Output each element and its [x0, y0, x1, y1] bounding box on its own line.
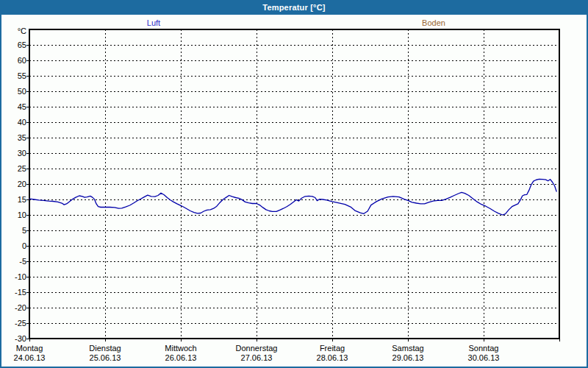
day-name: Montag — [0, 344, 67, 353]
y-tick-label: 50 — [0, 86, 26, 96]
x-tick-label: Mittwoch26.06.13 — [143, 344, 218, 363]
day-name: Dienstag — [68, 344, 143, 353]
window-title: Temperatur [°C] — [262, 3, 325, 12]
y-tick-label: -10 — [0, 272, 26, 282]
y-tick-label: 30 — [0, 148, 26, 158]
day-date: 26.06.13 — [143, 353, 218, 363]
plot-canvas — [0, 0, 588, 368]
y-axis-unit-label: °C — [0, 26, 26, 35]
day-date: 27.06.13 — [219, 353, 294, 363]
y-tick-label: 20 — [0, 179, 26, 189]
x-tick-label: Donnerstag27.06.13 — [219, 344, 294, 363]
day-date: 30.06.13 — [446, 353, 521, 363]
day-name: Sonntag — [446, 344, 521, 353]
y-tick-label: -5 — [0, 256, 26, 266]
day-date: 24.06.13 — [0, 353, 67, 363]
day-date: 29.06.13 — [370, 353, 445, 363]
x-tick-label: Sonntag30.06.13 — [446, 344, 521, 363]
y-tick-label: 10 — [0, 210, 26, 220]
x-tick-label: Samstag29.06.13 — [370, 344, 445, 363]
day-name: Donnerstag — [219, 344, 294, 353]
x-tick-label: Dienstag25.06.13 — [68, 344, 143, 363]
y-tick-label: -25 — [0, 318, 26, 328]
y-tick-label: -15 — [0, 287, 26, 297]
legend-item-luft[interactable]: Luft — [147, 18, 160, 27]
temperature-chart-window: Temperatur [°C] Luft Boden °C 6560555045… — [0, 0, 588, 368]
y-tick-label: 15 — [0, 194, 26, 205]
y-tick-label: 65 — [0, 40, 26, 50]
y-tick-label: 40 — [0, 117, 26, 127]
y-tick-label: 5 — [0, 225, 26, 236]
y-tick-label: 45 — [0, 102, 26, 112]
y-tick-label: -30 — [0, 333, 26, 344]
y-tick-label: -20 — [0, 302, 26, 313]
day-name: Samstag — [370, 344, 445, 353]
y-tick-label: 0 — [0, 241, 26, 251]
x-tick-label: Freitag28.06.13 — [295, 344, 370, 363]
y-tick-label: 55 — [0, 71, 26, 81]
y-tick-label: 25 — [0, 163, 26, 174]
y-tick-label: 35 — [0, 132, 26, 143]
window-titlebar: Temperatur [°C] — [0, 0, 588, 15]
day-date: 28.06.13 — [295, 353, 370, 363]
y-tick-label: 60 — [0, 55, 26, 66]
day-name: Freitag — [295, 344, 370, 353]
x-tick-label: Montag24.06.13 — [0, 344, 67, 363]
legend-item-boden[interactable]: Boden — [422, 18, 445, 27]
day-date: 25.06.13 — [68, 353, 143, 363]
day-name: Mittwoch — [143, 344, 218, 353]
